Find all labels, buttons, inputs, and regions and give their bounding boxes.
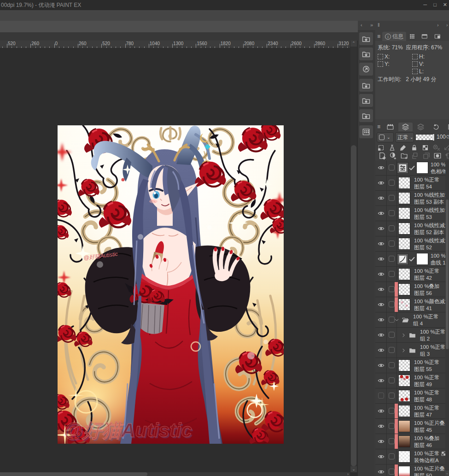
layer-visibility-toggle[interactable] <box>375 282 387 297</box>
enable-mask-icon[interactable] <box>432 144 440 152</box>
layer-row[interactable]: 100 %正片叠底图层 45 <box>375 419 449 434</box>
scroll-down-arrow[interactable]: ⌄ <box>350 466 357 472</box>
opacity-slider[interactable] <box>415 134 435 141</box>
reference-layer-icon[interactable] <box>388 144 396 152</box>
tab-animation[interactable] <box>383 123 397 131</box>
tab-book[interactable] <box>444 123 449 131</box>
merge-layer-icon[interactable] <box>422 152 431 160</box>
layer-row[interactable]: 100 %叠加图层 46 <box>375 434 449 449</box>
layer-row[interactable]: 100 %正片叠底图层 50 <box>375 464 449 476</box>
layer-checkbox[interactable] <box>389 423 395 429</box>
transfer-layer-icon[interactable] <box>411 152 420 160</box>
layer-visibility-toggle[interactable] <box>375 176 387 190</box>
maximize-button[interactable]: □ <box>433 0 437 10</box>
close-button[interactable]: ✕ <box>443 0 447 10</box>
layer-thumbnail[interactable] <box>398 238 410 250</box>
layer-thumbnail[interactable] <box>398 268 410 280</box>
layer-thumbnail[interactable] <box>398 223 410 235</box>
layer-select-cell[interactable] <box>387 267 397 282</box>
layer-select-cell[interactable] <box>387 328 397 342</box>
layer-checkbox[interactable] <box>389 256 395 262</box>
dock-handle[interactable]: ‖ <box>378 22 380 28</box>
layer-row[interactable]: 100 %叠加图层 56 <box>375 282 449 297</box>
layer-checkbox[interactable] <box>389 180 395 186</box>
layer-row[interactable]: 100 %正常图层 54 <box>375 176 449 191</box>
layer-visibility-toggle[interactable] <box>375 404 387 418</box>
lock-layer-icon[interactable] <box>410 144 418 152</box>
layer-select-cell[interactable] <box>387 206 397 221</box>
layer-row[interactable]: 100 %正常组 4 <box>375 312 449 328</box>
layer-visibility-toggle[interactable] <box>375 312 387 327</box>
layer-thumbnail[interactable] <box>398 466 410 476</box>
layer-row[interactable]: 100 %线性加深图层 53 <box>375 206 449 221</box>
layer-row[interactable]: 100 %正常组 2 <box>375 328 449 343</box>
layer-visibility-toggle[interactable] <box>375 464 387 476</box>
layer-row[interactable]: 100 %线性加深图层 53 副本 <box>375 191 449 206</box>
layer-select-cell[interactable] <box>387 176 397 190</box>
group-chevron-icon[interactable] <box>394 317 400 323</box>
layer-visibility-toggle[interactable] <box>375 449 387 464</box>
layer-thumbnail[interactable] <box>398 359 410 371</box>
layer-checkbox[interactable] <box>389 165 395 170</box>
workspace-button-folder-star[interactable] <box>359 32 373 45</box>
layer-visibility-toggle[interactable] <box>375 373 387 388</box>
ruler-icon[interactable] <box>443 144 449 152</box>
layer-checkbox[interactable] <box>389 286 395 292</box>
layer-select-cell[interactable] <box>387 373 397 388</box>
tab-info[interactable]: i 信息 <box>382 32 406 41</box>
layer-thumbnail[interactable] <box>398 299 410 311</box>
layer-thumbnail[interactable] <box>398 435 410 447</box>
layer-checkbox[interactable] <box>389 377 395 383</box>
tab-layers[interactable] <box>398 123 413 131</box>
layer-visibility-toggle[interactable] <box>375 419 387 434</box>
layer-visibility-toggle[interactable] <box>375 358 387 373</box>
lock-alpha-icon[interactable] <box>421 144 429 152</box>
brush-shape-dropdown[interactable]: ⌄ <box>377 132 394 142</box>
layer-checkbox[interactable] <box>389 195 395 201</box>
scroll-up-arrow[interactable]: ⌃ <box>350 41 357 47</box>
layer-row[interactable]: 100 %线性减淡图层 52 副本 <box>375 221 449 236</box>
layer-checkbox[interactable] <box>389 225 395 231</box>
layer-select-cell[interactable] <box>387 358 397 373</box>
layer-row[interactable]: 100 %正常图层 48 <box>375 388 449 404</box>
layer-row[interactable]: 100 %线性减淡图层 52 <box>375 236 449 252</box>
hscroll-thumb[interactable] <box>0 472 147 476</box>
layer-row[interactable]: 100 %正常图层 42 <box>375 267 449 282</box>
layer-thumbnail[interactable] <box>398 390 410 402</box>
layer-visibility-toggle[interactable] <box>375 206 387 221</box>
blend-mode-dropdown[interactable]: 正常 ⌄ <box>395 132 414 142</box>
dock-expand-icon[interactable]: » <box>370 22 373 28</box>
layer-select-cell[interactable] <box>387 160 397 175</box>
workspace-button-folder-star[interactable] <box>359 47 373 60</box>
layer-visibility-toggle[interactable] <box>375 297 387 312</box>
workspace-button-navigator[interactable] <box>359 63 373 76</box>
layer-row[interactable]: 100 %正常装饰边框A <box>375 449 449 464</box>
tab-window-2[interactable] <box>431 32 444 41</box>
clip-to-layer-icon[interactable] <box>377 144 385 152</box>
scroll-right-arrow[interactable]: › <box>347 472 349 476</box>
workspace-button-folder-star[interactable] <box>359 109 373 122</box>
layer-mask-icon[interactable] <box>433 152 442 160</box>
layer-visibility-toggle[interactable] <box>375 267 387 282</box>
layer-checkbox[interactable] <box>389 241 395 247</box>
layer-thumbnail[interactable] <box>398 405 410 417</box>
layer-thumbnail[interactable] <box>398 451 410 463</box>
layer-select-cell[interactable] <box>387 449 397 464</box>
dock-collapse-icon[interactable]: ‹ <box>361 22 362 28</box>
layer-checkbox[interactable] <box>389 469 395 475</box>
layer-visibility-toggle[interactable] <box>375 343 387 358</box>
layer-checkbox[interactable] <box>389 453 395 459</box>
workspace-button-folder-star[interactable] <box>359 94 373 107</box>
group-chevron-icon[interactable] <box>401 347 407 353</box>
refresh-icon[interactable]: ⟳ <box>446 134 449 140</box>
layer-visibility-toggle[interactable] <box>375 191 387 206</box>
layer-menu-icon[interactable]: ≡ <box>375 122 382 131</box>
layer-thumbnail[interactable] <box>398 375 410 387</box>
layer-select-cell[interactable] <box>387 388 397 403</box>
layer-checkbox[interactable] <box>389 301 395 307</box>
layer-select-cell[interactable] <box>387 343 397 358</box>
layer-visibility-toggle[interactable] <box>375 221 387 236</box>
layer-select-cell[interactable] <box>387 221 397 236</box>
canvas-vertical-scrollbar[interactable]: ⌃ ⌄ <box>350 41 357 472</box>
layer-visibility-toggle[interactable] <box>375 328 387 342</box>
